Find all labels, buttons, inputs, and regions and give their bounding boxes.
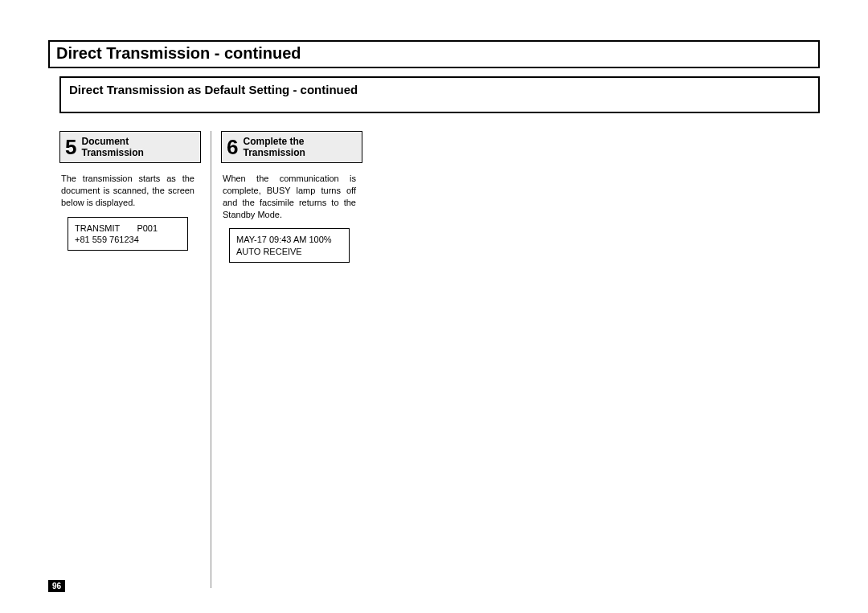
step-6-column: 6 Complete the Transmission When the com… bbox=[211, 131, 360, 588]
step-5-header: 5 Document Transmission bbox=[59, 131, 201, 163]
step-5-display-line1: TRANSMIT P001 bbox=[75, 223, 181, 234]
step-6-title: Complete the Transmission bbox=[243, 136, 305, 159]
step-5-display: TRANSMIT P001 +81 559 761234 bbox=[68, 217, 188, 251]
step-6-number: 6 bbox=[227, 137, 238, 157]
step-6-body: When the communication is complete, BUSY… bbox=[221, 163, 361, 228]
step-5-title-line2: Transmission bbox=[81, 147, 143, 158]
step-5-title: Document Transmission bbox=[81, 136, 143, 159]
step-5-display-line2: +81 559 761234 bbox=[75, 234, 181, 245]
step-6-title-line1: Complete the bbox=[243, 136, 304, 147]
step-6-display-line1: MAY-17 09:43 AM 100% bbox=[236, 234, 342, 245]
page-number: 96 bbox=[48, 580, 65, 592]
section-subtitle: Direct Transmission as Default Setting -… bbox=[69, 83, 358, 96]
step-6-title-line2: Transmission bbox=[243, 147, 305, 158]
subtitle-bar: Direct Transmission as Default Setting -… bbox=[59, 76, 820, 113]
page-title: Direct Transmission - continued bbox=[56, 44, 301, 62]
step-6-header: 6 Complete the Transmission bbox=[221, 131, 362, 163]
step-columns: 5 Document Transmission The transmission… bbox=[59, 131, 820, 588]
step-6-display: MAY-17 09:43 AM 100% AUTO RECEIVE bbox=[229, 228, 350, 263]
column-spacer bbox=[59, 251, 209, 588]
title-bar: Direct Transmission - continued bbox=[48, 40, 820, 68]
step-5-title-line1: Document bbox=[81, 136, 129, 147]
page-content: Direct Transmission - continued Direct T… bbox=[48, 40, 820, 588]
step-5-column: 5 Document Transmission The transmission… bbox=[59, 131, 209, 588]
step-5-number: 5 bbox=[65, 137, 76, 157]
step-6-display-line2: AUTO RECEIVE bbox=[236, 246, 342, 257]
step-5-body: The transmission starts as the document … bbox=[59, 163, 199, 217]
